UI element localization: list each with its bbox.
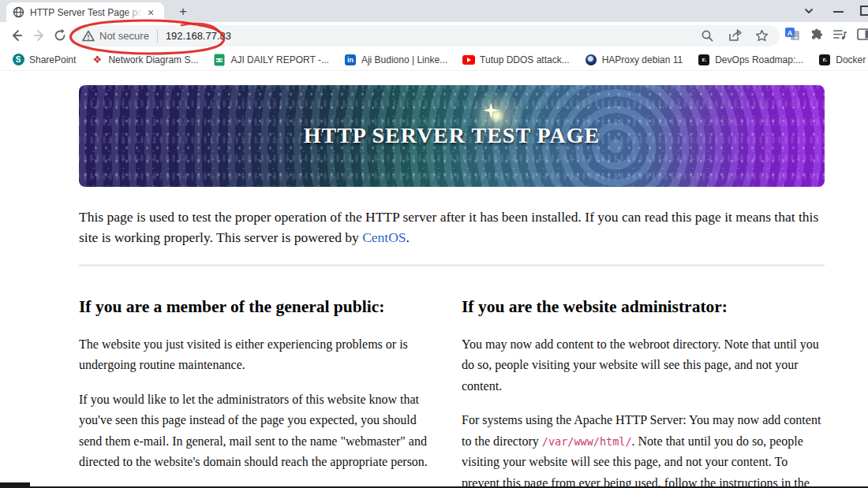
bookmark-docker-roadmap[interactable]: r. Docker Roadmap -... (814, 52, 868, 68)
banner-title: HTTP SERVER TEST PAGE (79, 122, 825, 147)
google-sheets-icon (213, 54, 226, 66)
browser-titlebar: HTTP Server Test Page powered × + (0, 0, 868, 22)
network-diagram-icon: ❖ (91, 54, 103, 66)
star-icon[interactable] (755, 29, 769, 43)
admin-paragraph-2: For systems using the Apache HTTP Server… (462, 410, 825, 488)
bookmarks-bar: S SharePoint ❖ Network Diagram S... AJI … (0, 49, 868, 71)
url-text[interactable]: 192.168.77.83 (166, 30, 231, 42)
back-icon[interactable] (6, 25, 27, 46)
starburst-decoration (483, 102, 499, 118)
haproxy-icon (585, 54, 597, 66)
linkedin-icon: in (344, 54, 357, 66)
apache-docroot-path: /var/www/html/ (542, 435, 632, 448)
reload-icon[interactable] (50, 25, 70, 46)
roadmap-icon: r. (818, 54, 831, 66)
browser-toolbar: Not secure 192.168.77.83 A (0, 22, 868, 49)
public-heading: If you are a member of the general publi… (79, 296, 442, 318)
bookmark-aji-daily-report[interactable]: AJI DAILY REPORT -... (209, 52, 332, 68)
tab-close-icon[interactable]: × (148, 7, 154, 18)
bookmark-sharepoint[interactable]: S SharePoint (8, 52, 80, 68)
minimize-icon[interactable] (833, 11, 844, 13)
admin-heading: If you are the website administrator: (462, 296, 825, 318)
admin-paragraph-1: You may now add content to the webroot d… (462, 334, 825, 397)
security-label[interactable]: Not secure (99, 30, 149, 42)
taskbar-edge-block (0, 482, 30, 488)
public-paragraph-1: The website you just visited is either e… (79, 334, 442, 376)
bookmark-linkedin[interactable]: in Aji Budiono | Linke... (340, 52, 451, 68)
browser-tab[interactable]: HTTP Server Test Page powered × (6, 2, 164, 22)
address-bar[interactable]: Not secure 192.168.77.83 (69, 25, 780, 47)
translate-icon[interactable]: A (784, 26, 800, 42)
divider-rule (79, 264, 825, 266)
search-icon[interactable] (701, 29, 714, 43)
side-panel-icon[interactable] (856, 28, 868, 41)
bookmark-network-diagram[interactable]: ❖ Network Diagram S... (87, 52, 202, 68)
not-secure-warning-icon[interactable] (82, 30, 95, 42)
page-viewport: HTTP SERVER TEST PAGE This page is used … (0, 71, 868, 486)
svg-text:A: A (788, 29, 793, 37)
extensions-icon[interactable] (809, 27, 824, 42)
omnibox-divider (157, 30, 158, 43)
maximize-icon[interactable] (860, 6, 868, 16)
lead-paragraph: This page is used to test the proper ope… (79, 207, 825, 248)
tab-title: HTTP Server Test Page powered (30, 7, 142, 18)
media-controls-icon[interactable] (832, 28, 847, 41)
new-tab-button[interactable]: + (174, 4, 193, 20)
admin-column: If you are the website administrator: Yo… (462, 278, 825, 488)
centos-link[interactable]: CentOS (362, 229, 406, 245)
roadmap-icon: r. (698, 54, 710, 66)
sharepoint-icon: S (12, 54, 24, 66)
public-paragraph-2: If you would like to let the administrat… (79, 389, 442, 473)
tab-search-chevron-icon[interactable] (802, 5, 816, 17)
share-icon[interactable] (728, 29, 742, 43)
forward-icon[interactable] (29, 25, 50, 46)
bookmark-haproxy[interactable]: HAProxy debian 11 (581, 52, 687, 68)
globe-favicon-icon (13, 6, 24, 18)
youtube-icon (462, 54, 475, 66)
bookmark-devops-roadmap[interactable]: r. DevOps Roadmap:... (694, 52, 807, 68)
test-page-banner: HTTP SERVER TEST PAGE (79, 85, 825, 187)
public-column: If you are a member of the general publi… (79, 278, 442, 488)
bookmark-youtube[interactable]: Tutup DDOS attack... (458, 52, 574, 68)
